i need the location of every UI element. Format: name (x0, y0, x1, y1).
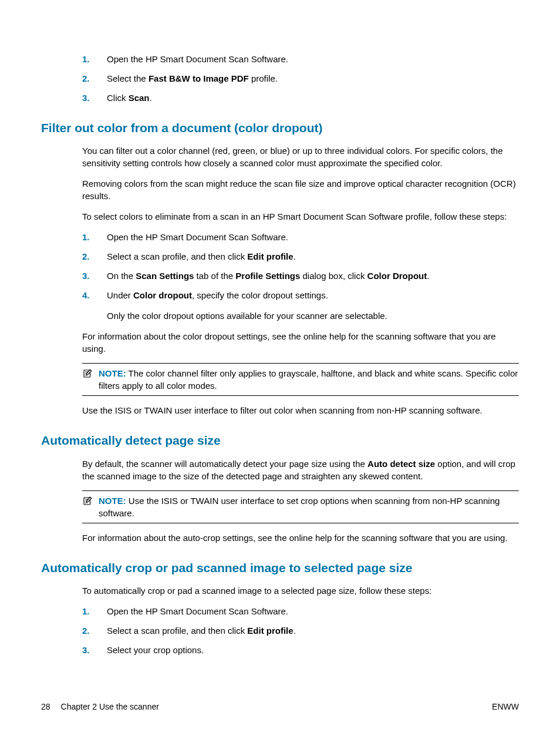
sec2-body: By default, the scanner will automatical… (82, 458, 519, 544)
intro-ordered-list: 1.Open the HP Smart Document Scan Softwa… (82, 53, 519, 104)
list-number: 1. (82, 231, 107, 243)
list-number: 4. (82, 289, 107, 301)
sec2-p1: By default, the scanner will automatical… (82, 458, 519, 482)
heading-color-dropout: Filter out color from a document (color … (41, 119, 519, 136)
page: 1.Open the HP Smart Document Scan Softwa… (0, 0, 560, 746)
sec3-ordered-list: 1.Open the HP Smart Document Scan Softwa… (82, 605, 519, 656)
sec1-ordered-list: 1.Open the HP Smart Document Scan Softwa… (82, 231, 519, 301)
list-item: 2.Select a scan profile, and then click … (82, 624, 519, 637)
note-label: NOTE: (99, 368, 126, 378)
sec3-p1: To automatically crop or pad a scanned i… (82, 584, 519, 597)
sec2-p2: For information about the auto-crop sett… (82, 532, 519, 544)
list-text: Open the HP Smart Document Scan Software… (107, 231, 519, 243)
list-number: 2. (82, 250, 107, 263)
sec1-note-text: NOTE: The color channel filter only appl… (99, 367, 519, 392)
list-item: 3.Click Scan. (82, 92, 519, 104)
sec1-body: You can filter out a color channel (red,… (82, 145, 519, 416)
list-text: Under Color dropout, specify the color d… (107, 289, 519, 301)
sec3-body: To automatically crop or pad a scanned i… (82, 584, 519, 656)
list-number: 3. (82, 644, 107, 656)
sec1-p3: To select colors to eliminate from a sca… (82, 210, 519, 223)
list-number: 3. (82, 270, 107, 282)
note-icon (82, 495, 94, 519)
list-number: 1. (82, 605, 107, 617)
intro-list-block: 1.Open the HP Smart Document Scan Softwa… (82, 53, 519, 104)
sec1-note-body: The color channel filter only applies to… (99, 368, 518, 391)
footer-right: ENWW (492, 701, 519, 713)
list-item: 1.Open the HP Smart Document Scan Softwa… (82, 53, 519, 65)
list-item: 4.Under Color dropout, specify the color… (82, 289, 519, 301)
note-label: NOTE: (99, 496, 126, 506)
list-item: 1.Open the HP Smart Document Scan Softwa… (82, 605, 519, 617)
list-text: On the Scan Settings tab of the Profile … (107, 270, 519, 282)
sec1-p5: Use the ISIS or TWAIN user interface to … (82, 404, 519, 416)
list-item: 2.Select the Fast B&W to Image PDF profi… (82, 72, 519, 85)
list-text: Select your crop options. (107, 644, 519, 656)
list-number: 2. (82, 72, 107, 85)
list-text: Select a scan profile, and then click Ed… (107, 624, 519, 637)
sec1-note: NOTE: The color channel filter only appl… (82, 363, 519, 396)
sec1-p1: You can filter out a color channel (red,… (82, 145, 519, 169)
list-number: 2. (82, 624, 107, 637)
list-number: 3. (82, 92, 107, 104)
list-text: Open the HP Smart Document Scan Software… (107, 53, 519, 65)
note-icon (82, 367, 94, 392)
list-text: Select the Fast B&W to Image PDF profile… (107, 72, 519, 85)
chapter-title: Chapter 2 Use the scanner (61, 701, 159, 713)
list-item: 1.Open the HP Smart Document Scan Softwa… (82, 231, 519, 243)
sec2-note-body: Use the ISIS or TWAIN user interface to … (99, 496, 500, 518)
heading-crop-pad: Automatically crop or pad scanned image … (41, 559, 519, 576)
list-item: 2.Select a scan profile, and then click … (82, 250, 519, 263)
page-number: 28 (41, 701, 50, 713)
list-text: Select a scan profile, and then click Ed… (107, 250, 519, 263)
sec1-p2: Removing colors from the scan might redu… (82, 177, 519, 202)
sec2-note: NOTE: Use the ISIS or TWAIN user interfa… (82, 490, 519, 523)
heading-detect-page-size: Automatically detect page size (41, 432, 519, 449)
footer-left: 28 Chapter 2 Use the scanner (41, 701, 159, 713)
page-footer: 28 Chapter 2 Use the scanner ENWW (41, 701, 519, 713)
list-item: 3.On the Scan Settings tab of the Profil… (82, 270, 519, 282)
sec1-sub: Only the color dropout options available… (107, 310, 519, 322)
list-number: 1. (82, 53, 107, 65)
list-item: 3.Select your crop options. (82, 644, 519, 656)
list-text: Open the HP Smart Document Scan Software… (107, 605, 519, 617)
list-text: Click Scan. (107, 92, 519, 104)
sec1-p4: For information about the color dropout … (82, 330, 519, 355)
sec2-note-text: NOTE: Use the ISIS or TWAIN user interfa… (99, 495, 519, 519)
